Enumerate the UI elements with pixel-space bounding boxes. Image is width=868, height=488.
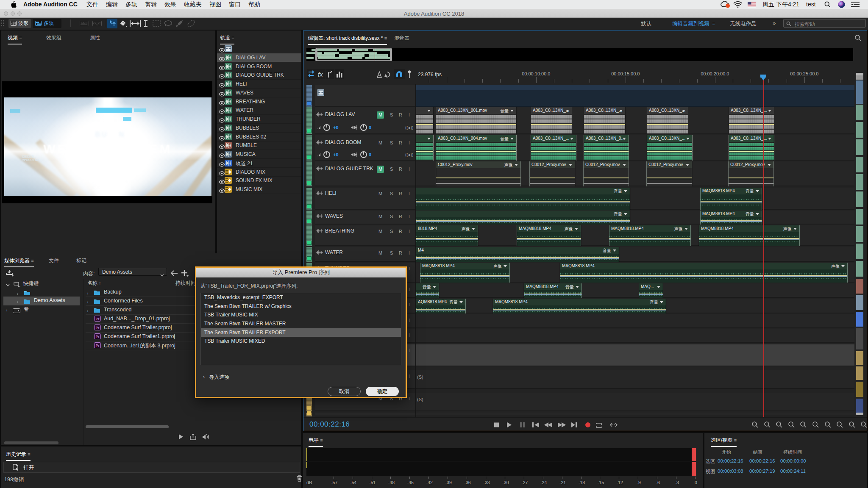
svg-text:Pr: Pr: [96, 335, 100, 339]
svg-text:Pr: Pr: [96, 326, 100, 330]
svg-text:Pr: Pr: [96, 317, 100, 321]
svg-text:((●)): ((●)): [405, 152, 413, 157]
svg-text:+0: +0: [333, 125, 339, 130]
svg-text:fx: fx: [318, 71, 323, 78]
svg-text:0: 0: [369, 125, 371, 130]
svg-text:0: 0: [369, 152, 371, 157]
svg-text:+0: +0: [333, 152, 339, 157]
svg-text:Pr: Pr: [96, 344, 100, 348]
svg-text:((●)): ((●)): [405, 125, 413, 130]
